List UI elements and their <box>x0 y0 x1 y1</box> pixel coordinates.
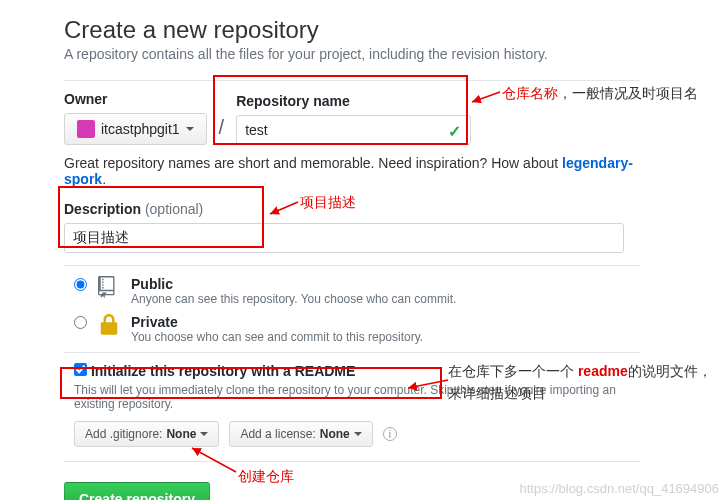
visibility-public-row[interactable]: Public Anyone can see this repository. Y… <box>74 276 640 306</box>
private-desc: You choose who can see and commit to thi… <box>131 330 423 344</box>
init-readme-label: Initialize this repository with a README <box>91 363 355 379</box>
public-label: Public <box>131 276 456 292</box>
info-icon[interactable]: i <box>383 427 397 441</box>
chevron-down-icon <box>186 127 194 131</box>
create-repository-button[interactable]: Create repository <box>64 482 210 500</box>
divider <box>64 265 640 266</box>
lock-icon <box>95 314 123 336</box>
gitignore-select[interactable]: Add .gitignore: None <box>74 421 219 447</box>
public-desc: Anyone can see this repository. You choo… <box>131 292 456 306</box>
page-title: Create a new repository <box>64 16 640 44</box>
repo-name-input[interactable] <box>236 115 471 145</box>
divider <box>64 80 640 81</box>
private-label: Private <box>131 314 423 330</box>
owner-value: itcastphpgit1 <box>101 121 180 137</box>
avatar-icon <box>77 120 95 138</box>
divider <box>64 352 640 353</box>
chevron-down-icon <box>354 432 362 436</box>
page-subtitle: A repository contains all the files for … <box>64 46 640 62</box>
init-readme-row[interactable]: Initialize this repository with a README <box>74 363 355 379</box>
description-input[interactable] <box>64 223 624 253</box>
owner-repo-separator: / <box>215 116 229 145</box>
public-radio[interactable] <box>74 278 87 291</box>
watermark: https://blog.csdn.net/qq_41694906 <box>520 481 720 496</box>
init-readme-checkbox[interactable] <box>74 363 87 376</box>
repo-icon <box>95 276 123 298</box>
owner-label: Owner <box>64 91 207 107</box>
init-readme-desc: This will let you immediately clone the … <box>74 383 640 411</box>
chevron-down-icon <box>200 432 208 436</box>
repo-name-label: Repository name <box>236 93 471 109</box>
visibility-private-row[interactable]: Private You choose who can see and commi… <box>74 314 640 344</box>
check-icon: ✓ <box>448 122 461 141</box>
divider <box>64 461 640 462</box>
description-label: Description (optional) <box>64 201 640 217</box>
owner-select[interactable]: itcastphpgit1 <box>64 113 207 145</box>
private-radio[interactable] <box>74 316 87 329</box>
repo-name-hint: Great repository names are short and mem… <box>64 155 640 187</box>
license-select[interactable]: Add a license: None <box>229 421 372 447</box>
